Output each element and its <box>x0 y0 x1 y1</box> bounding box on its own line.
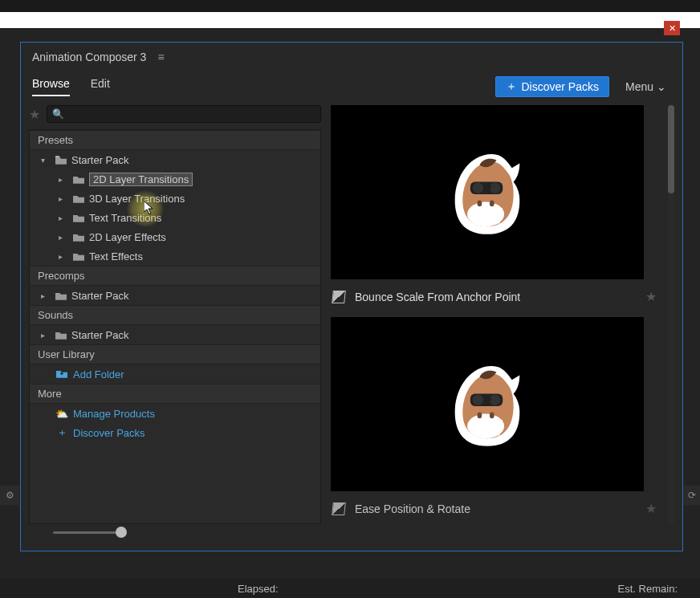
svg-point-12 <box>490 394 500 405</box>
refresh-icon[interactable]: ⟳ <box>688 490 696 501</box>
scrollbar-thumb[interactable] <box>668 105 674 193</box>
section-presets: Presets <box>30 130 320 150</box>
tree-item-starter-pack-precomps[interactable]: ▸ Starter Pack <box>30 286 320 305</box>
favorite-star[interactable]: ★ <box>645 501 657 516</box>
scrollbar[interactable] <box>668 105 674 524</box>
svg-rect-6 <box>483 185 491 189</box>
status-bar: Elapsed: Est. Remain: <box>0 579 700 598</box>
svg-rect-13 <box>483 397 491 401</box>
tree-item-2d-layer-effects[interactable]: ▸ 2D Layer Effects <box>30 227 320 246</box>
tree-item-add-folder[interactable]: Add Folder <box>30 364 320 384</box>
tree-item-starter-pack-sounds[interactable]: ▸ Starter Pack <box>30 325 320 344</box>
tree-label: Starter Pack <box>71 154 129 166</box>
search-box[interactable]: 🔍 <box>47 105 321 123</box>
chevron-right-icon: ▸ <box>59 214 68 222</box>
folder-icon <box>55 331 67 340</box>
folder-icon <box>73 175 84 184</box>
tab-browse[interactable]: Browse <box>32 77 70 96</box>
thumbnail-size-slider[interactable] <box>53 525 141 539</box>
section-precomps: Precomps <box>30 266 320 286</box>
svg-point-7 <box>478 200 482 206</box>
preset-preview[interactable] <box>331 105 644 279</box>
folder-icon <box>55 156 67 165</box>
chevron-right-icon: ▸ <box>41 291 51 300</box>
tree-label: 2D Layer Transitions <box>89 173 193 186</box>
tree-item-text-effects[interactable]: ▸ Text Effects <box>30 246 320 266</box>
status-remain-label: Est. Remain: <box>618 583 678 595</box>
folder-icon <box>73 214 84 222</box>
section-user-library: User Library <box>30 344 320 364</box>
section-sounds: Sounds <box>30 305 320 325</box>
preset-title: Bounce Scale From Anchor Point <box>355 291 636 303</box>
tree-label: Discover Packs <box>73 427 145 439</box>
slider-knob[interactable] <box>116 527 127 538</box>
chevron-right-icon: ▸ <box>41 331 51 340</box>
library-tree: Presets ▾ Starter Pack ▸ 2D Layer Transi… <box>29 129 321 524</box>
horse-mascot-icon <box>449 361 526 448</box>
plus-icon: ＋ <box>506 79 517 94</box>
status-elapsed-label: Elapsed: <box>238 583 279 595</box>
menu-dropdown[interactable]: Menu ⌄ <box>619 78 673 96</box>
animation-composer-panel: Animation Composer 3 ≡ Browse Edit ＋ Dis… <box>20 42 683 551</box>
folder-icon <box>73 252 84 261</box>
chevron-right-icon: ▸ <box>59 252 68 261</box>
tree-item-discover-packs[interactable]: ＋ Discover Packs <box>30 423 320 442</box>
preset-title: Ease Position & Rotate <box>355 502 636 515</box>
chevron-down-icon: ⌄ <box>657 80 666 93</box>
chevron-right-icon: ▸ <box>59 233 68 242</box>
chevron-right-icon: ▸ <box>59 175 68 184</box>
slider-track <box>53 531 125 534</box>
discover-packs-label: Discover Packs <box>522 80 599 93</box>
gear-icon[interactable]: ⚙ <box>6 490 14 501</box>
tree-label: Starter Pack <box>71 290 129 302</box>
folder-icon <box>73 194 84 203</box>
cloud-download-icon: ⛅ <box>55 408 68 420</box>
folder-icon <box>55 291 67 300</box>
tree-label: Text Effects <box>89 250 143 262</box>
section-more: More <box>30 384 320 404</box>
tree-item-manage-products[interactable]: ⛅ Manage Products <box>30 404 320 423</box>
menu-label: Menu <box>625 80 653 93</box>
preset-type-icon <box>332 502 346 515</box>
svg-point-8 <box>490 200 494 206</box>
search-input[interactable] <box>67 108 315 120</box>
tree-label: 2D Layer Effects <box>89 231 166 243</box>
preset-preview[interactable] <box>331 317 644 491</box>
preset-type-icon <box>332 291 346 303</box>
preset-grid: Bounce Scale From Anchor Point ★ <box>329 105 665 524</box>
svg-point-15 <box>490 412 494 418</box>
chevron-down-icon: ▾ <box>41 156 51 165</box>
right-tool-strip: ⟳ <box>684 486 700 505</box>
svg-rect-1 <box>61 372 62 375</box>
tab-edit[interactable]: Edit <box>91 77 110 96</box>
favorite-star[interactable]: ★ <box>645 289 657 304</box>
add-folder-icon <box>55 368 68 380</box>
app-menu-icon[interactable]: ≡ <box>157 51 164 63</box>
close-button[interactable]: ✕ <box>664 21 680 35</box>
svg-point-14 <box>478 412 482 418</box>
svg-point-4 <box>473 182 483 193</box>
tree-label: Add Folder <box>73 368 124 380</box>
left-tool-strip: ⚙ <box>0 486 19 505</box>
discover-packs-button[interactable]: ＋ Discover Packs <box>495 76 609 97</box>
tree-label: Starter Pack <box>71 329 129 341</box>
favorites-filter-star[interactable]: ★ <box>29 107 40 122</box>
folder-icon <box>73 233 84 242</box>
svg-point-11 <box>473 394 483 405</box>
tree-label: Manage Products <box>73 408 155 420</box>
tree-label: 3D Layer Transitions <box>89 193 185 205</box>
app-title: Animation Composer 3 <box>32 51 146 63</box>
tree-item-text-transitions[interactable]: ▸ Text Transitions <box>30 208 320 227</box>
tree-item-starter-pack-presets[interactable]: ▾ Starter Pack <box>30 150 320 169</box>
plus-icon: ＋ <box>55 425 68 440</box>
search-icon: 🔍 <box>52 108 64 120</box>
close-icon: ✕ <box>669 23 676 34</box>
tree-item-2d-layer-transitions[interactable]: ▸ 2D Layer Transitions <box>30 169 320 189</box>
tree-label: Text Transitions <box>89 212 161 224</box>
tree-item-3d-layer-transitions[interactable]: ▸ 3D Layer Transitions <box>30 189 320 208</box>
chevron-right-icon: ▸ <box>59 194 68 203</box>
horse-mascot-icon <box>449 149 526 236</box>
svg-point-5 <box>490 182 500 193</box>
